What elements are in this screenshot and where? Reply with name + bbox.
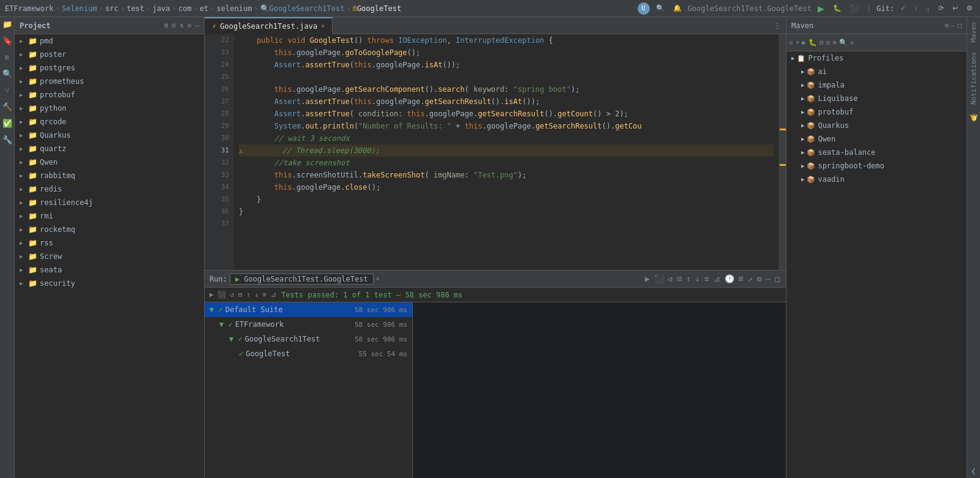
tab-bar-menu[interactable]: ⋮	[769, 21, 786, 30]
maven-item-vaadin[interactable]: ▶ 📦 vaadin	[786, 173, 967, 186]
git-check-button[interactable]: ✓	[898, 3, 908, 13]
maven-item-springboot-demo[interactable]: ▶ 📦 springboot-demo	[786, 159, 967, 173]
tree-item-resilience4j[interactable]: ▶ 📁 resilience4j	[15, 196, 204, 209]
breadcrumb-et[interactable]: et	[200, 4, 208, 13]
tree-item-protobuf[interactable]: ▶ 📁 protobuf	[15, 88, 204, 102]
project-icon[interactable]: 📁	[2, 20, 12, 29]
maven-maximize-icon[interactable]: □	[957, 21, 962, 29]
tree-item-quartz[interactable]: ▶ 📁 quartz	[15, 142, 204, 155]
minimize-icon[interactable]: —	[195, 21, 199, 29]
wrench-icon[interactable]: 🔧	[2, 135, 12, 144]
tree-item-quarkus[interactable]: ▶ 📁 Quarkus	[15, 129, 204, 142]
tree-item-pmd[interactable]: ▶ 📁 pmd	[15, 34, 204, 48]
maven-minimize-icon[interactable]: —	[951, 21, 956, 29]
maven-search-icon[interactable]: 🔍	[839, 39, 848, 47]
breadcrumb-etframework[interactable]: ETFramework	[5, 4, 53, 13]
tree-item-rocketmq[interactable]: ▶ 📁 rocketmq	[15, 223, 204, 236]
run-toggle-tree[interactable]: ≡	[703, 273, 710, 285]
maven-item-ai[interactable]: ▶ 📦 ai	[786, 65, 967, 78]
sidebar-maven-label[interactable]: Maven	[968, 17, 979, 47]
run-sort-desc[interactable]: ↓	[694, 273, 701, 285]
maven-item-qwen[interactable]: ▶ 📦 Qwen	[786, 132, 967, 146]
bell-button[interactable]: 🔔	[671, 3, 684, 13]
build-icon[interactable]: 🔨	[2, 102, 12, 111]
run-file-tab[interactable]: ▶ GoogleSearch1Test.GoogleTest	[230, 274, 374, 285]
breadcrumb-com[interactable]: com	[178, 4, 192, 13]
run-sort-asc[interactable]: ↑	[685, 273, 692, 285]
breadcrumb-selenium[interactable]: Selenium	[62, 4, 97, 13]
maven-debug-icon[interactable]: 🐛	[809, 39, 817, 47]
find-icon[interactable]: 🔍	[2, 69, 12, 78]
tree-item-seata[interactable]: ▶ 📁 seata	[15, 263, 204, 277]
debug-button[interactable]: 🐛	[831, 3, 844, 13]
bookmarks-icon[interactable]: 🔖	[2, 36, 12, 45]
tree-item-postgres[interactable]: ▶ 📁 postgres	[15, 61, 204, 75]
search-button[interactable]: 🔍	[654, 3, 667, 13]
breadcrumb-active-file[interactable]: GoogleSearch1Test	[270, 4, 345, 13]
run-stop-button[interactable]: ⬛	[653, 273, 665, 285]
code-editor[interactable]: 22232425262728293031323334353637 public …	[205, 34, 786, 270]
test-item-googlesearch1test[interactable]: ▼ ✓ GoogleSearch1Test 58 sec 986 ms	[205, 332, 412, 346]
history-button[interactable]: ⟳	[936, 3, 946, 13]
maven-add-icon[interactable]: +	[796, 39, 800, 47]
user-avatar[interactable]: U	[638, 2, 650, 15]
maven-item-impala[interactable]: ▶ 📦 impala	[786, 78, 967, 92]
run-expand[interactable]: ⊞	[737, 273, 745, 285]
breadcrumb-test[interactable]: test	[127, 4, 145, 13]
sidebar-bottom-icon[interactable]: ❮	[969, 464, 979, 478]
breadcrumb-src[interactable]: src	[105, 4, 119, 13]
run-filter2[interactable]: ⊿	[712, 273, 722, 285]
breadcrumb-java[interactable]: java	[153, 4, 170, 13]
sort-icon[interactable]: ⇅	[179, 21, 184, 29]
breadcrumb-selenium2[interactable]: selenium	[217, 4, 252, 13]
maven-skip-icon[interactable]: ⊟	[820, 39, 824, 47]
todo-icon[interactable]: ✅	[2, 119, 12, 128]
tree-item-security[interactable]: ▶ 📁 security	[15, 277, 204, 290]
run-minimize[interactable]: —	[764, 273, 772, 285]
chevron-left-icon[interactable]: ❮	[971, 466, 976, 476]
maven-chevron-right[interactable]: »	[850, 39, 854, 47]
maven-profiles-item[interactable]: ▶ 📋 Profiles	[786, 51, 967, 65]
maven-filter-icon[interactable]: ⊡	[826, 39, 831, 47]
run-settings[interactable]: ⚙	[756, 273, 763, 285]
maven-run-icon[interactable]: ▶	[802, 39, 806, 47]
maven-item-liquibase[interactable]: ▶ 📦 Liquibase	[786, 92, 967, 105]
tree-item-python[interactable]: ▶ 📁 python	[15, 102, 204, 115]
tree-item-rabbitmq[interactable]: ▶ 📁 rabbitmq	[15, 169, 204, 182]
vcs-icon[interactable]: ⑂	[5, 86, 10, 95]
revert-button[interactable]: ↩	[950, 3, 960, 13]
maven-item-protobuf[interactable]: ▶ 📦 protobuf	[786, 105, 967, 119]
maven-item-seata-balance[interactable]: ▶ 📦 seata-balance	[786, 146, 967, 159]
test-item-default-suite[interactable]: ▼ ✓ Default Suite 58 sec 986 ms	[205, 302, 412, 317]
run-button[interactable]: ▶	[815, 2, 827, 15]
stop-button[interactable]: ⬛	[848, 3, 861, 13]
editor-scrollbar[interactable]	[778, 34, 786, 270]
maven-refresh-icon[interactable]: ↺	[789, 39, 793, 47]
tree-item-redis[interactable]: ▶ 📁 redis	[15, 182, 204, 196]
settings-button[interactable]: ⚙	[964, 3, 975, 13]
collapse-icon[interactable]: ⊟	[172, 21, 176, 29]
structure-icon[interactable]: ≡	[5, 53, 10, 62]
git-push-button[interactable]: ↑	[912, 4, 921, 13]
tree-item-rss[interactable]: ▶ 📁 rss	[15, 236, 204, 250]
run-rerun-button[interactable]: ▶	[644, 273, 651, 285]
run-tab-close[interactable]: ×	[376, 275, 380, 282]
run-rerun-fail-button[interactable]: ↺	[667, 273, 674, 285]
breadcrumb-tab[interactable]: GoogleTest	[357, 4, 401, 13]
maven-item-quarkus[interactable]: ▶ 📦 Quarkus	[786, 119, 967, 132]
gear-icon[interactable]: ⚙	[187, 21, 192, 29]
tree-item-rmi[interactable]: ▶ 📁 rmi	[15, 209, 204, 223]
tree-item-prometheus[interactable]: ▶ 📁 prometheus	[15, 75, 204, 88]
tree-item-qwen[interactable]: ▶ 📁 Qwen	[15, 155, 204, 169]
run-export[interactable]: ↗	[747, 273, 754, 285]
test-item-etframework[interactable]: ▼ ✓ ETFramework 58 sec 986 ms	[205, 317, 412, 332]
run-maximize[interactable]: □	[774, 273, 781, 285]
maven-settings-icon[interactable]: ⚙	[944, 21, 949, 29]
editor-tab-active[interactable]: ⚡ GoogleSearch1Test.java ×	[205, 17, 333, 34]
git-pull-button[interactable]: ↓	[924, 4, 933, 13]
tree-item-qrcode[interactable]: ▶ 📁 qrcode	[15, 115, 204, 129]
maven-tree-icon[interactable]: ≡	[832, 39, 837, 47]
run-clock[interactable]: 🕐	[723, 273, 736, 285]
sidebar-notifications-label[interactable]: Notifications	[968, 47, 979, 110]
tree-item-screw[interactable]: ▶ 📁 Screw	[15, 250, 204, 263]
